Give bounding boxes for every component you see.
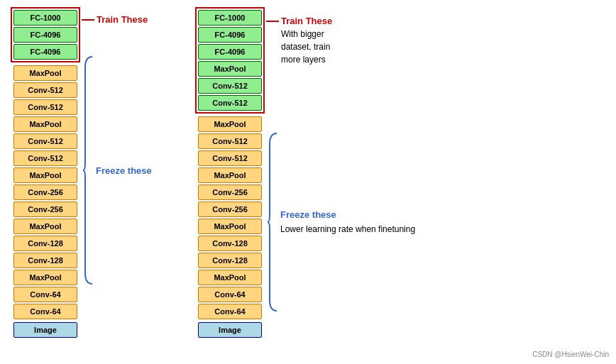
right-layer-conv256-2: Conv-256 [198,202,262,217]
right-brace-area: Freeze these Lower learning rate when fi… [266,130,415,314]
right-layer-conv128-1: Conv-128 [198,236,262,251]
left-layer-maxpool-3: MaxPool [13,167,77,183]
right-layer-fc4096-1: FC-4096 [198,27,262,43]
left-layer-conv64-2: Conv-64 [13,304,77,319]
left-train-annotation: Train These [82,14,152,25]
right-layer-conv512-2: Conv-512 [198,150,262,166]
right-freeze-label: Freeze these [280,209,415,220]
right-layer-maxpool-4: MaxPool [198,270,262,285]
right-layer-conv512-t2: Conv-512 [198,95,262,111]
right-layer-maxpool-3: MaxPool [198,219,262,234]
left-layer-conv256-1: Conv-256 [13,184,77,200]
left-layer-stack: FC-1000 FC-4096 FC-4096 MaxPool Conv-512… [11,7,80,338]
right-layer-fc1000: FC-1000 [198,10,262,26]
left-layer-maxpool-5: MaxPool [13,270,77,285]
right-layer-conv64-2: Conv-64 [198,304,262,319]
left-train-red-line [82,19,94,21]
left-diagram: FC-1000 FC-4096 FC-4096 MaxPool Conv-512… [11,7,167,357]
right-train-note: With bigger dataset, train more layers [281,28,415,66]
left-layer-fc1000: FC-1000 [13,10,77,26]
left-train-group: FC-1000 FC-4096 FC-4096 [11,7,80,62]
right-layer-maxpool-t: MaxPool [198,61,262,77]
left-brace-area: Freeze these [82,53,152,287]
right-train-group: FC-1000 FC-4096 FC-4096 MaxPool Conv-512… [195,7,265,114]
right-freeze-group: MaxPool Conv-512 Conv-512 MaxPool Conv-2… [198,116,262,319]
left-layer-image: Image [13,322,77,338]
left-layer-fc4096-2: FC-4096 [13,44,77,60]
left-layer-conv128-1: Conv-128 [13,236,77,251]
right-freeze-text-block: Freeze these Lower learning rate when fi… [280,209,415,236]
left-layer-maxpool-2: MaxPool [13,116,77,132]
right-train-annotation: Train These [266,16,415,26]
left-layer-fc4096-1: FC-4096 [13,27,77,43]
left-layer-conv128-2: Conv-128 [13,253,77,268]
watermark: CSDN @HsienWei-Chin [532,351,609,358]
left-layer-maxpool-1: MaxPool [13,65,77,81]
left-layer-conv512-2: Conv-512 [13,99,77,115]
left-layer-conv256-2: Conv-256 [13,202,77,217]
right-layer-maxpool-1: MaxPool [198,116,262,132]
left-layer-conv512-4: Conv-512 [13,150,77,166]
right-train-label: Train These [281,16,332,26]
left-layer-maxpool-4: MaxPool [13,219,77,234]
right-layer-stack: FC-1000 FC-4096 FC-4096 MaxPool Conv-512… [195,7,265,338]
left-layer-conv512-3: Conv-512 [13,133,77,149]
left-annotations: Train These Freeze these [82,7,152,357]
left-freeze-brace [82,53,94,287]
right-freeze-brace [266,130,279,314]
right-layer-image: Image [198,322,262,338]
right-layer-conv256-1: Conv-256 [198,184,262,200]
right-train-red-line [266,21,279,22]
left-freeze-group: MaxPool Conv-512 Conv-512 MaxPool Conv-5… [13,65,77,319]
left-layer-conv512-1: Conv-512 [13,82,77,98]
left-freeze-label: Freeze these [96,165,152,176]
left-train-label: Train These [97,14,148,25]
right-layer-conv512-t1: Conv-512 [198,78,262,94]
right-layer-conv64-1: Conv-64 [198,287,262,302]
right-diagram: FC-1000 FC-4096 FC-4096 MaxPool Conv-512… [195,7,415,357]
right-freeze-note: Lower learning rate when finetuning [280,223,415,236]
right-annotations: Train These With bigger dataset, train m… [266,7,415,314]
right-layer-conv128-2: Conv-128 [198,253,262,268]
right-layer-maxpool-2: MaxPool [198,167,262,183]
right-layer-fc4096-2: FC-4096 [198,44,262,60]
right-layer-conv512-1: Conv-512 [198,133,262,149]
left-layer-conv64-1: Conv-64 [13,287,77,302]
